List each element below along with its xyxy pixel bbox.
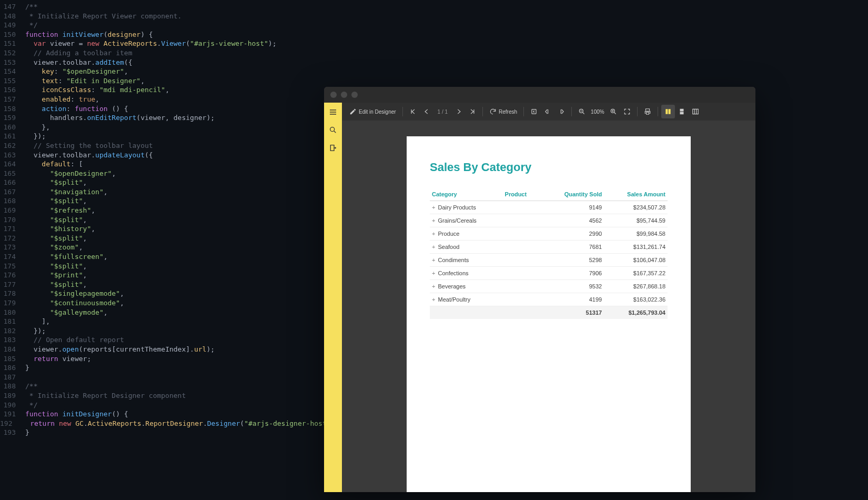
table-row[interactable]: + Grains/Cereals4562$95,744.59 (430, 214, 668, 227)
code-line[interactable]: 186} (0, 363, 326, 373)
expand-icon[interactable]: + (432, 283, 435, 289)
code-line[interactable]: 181 ], (0, 317, 326, 326)
code-line[interactable]: 176 "$print", (0, 271, 326, 280)
code-line[interactable]: 171 "$history", (0, 224, 326, 234)
code-line[interactable]: 170 "$split", (0, 215, 326, 225)
code-line[interactable]: 166 "$split", (0, 178, 326, 187)
window-minimize-icon[interactable] (341, 92, 347, 98)
edit-in-designer-button[interactable]: Edit in Designer (346, 105, 399, 118)
search-icon[interactable] (329, 126, 337, 134)
expand-icon[interactable]: + (432, 270, 435, 276)
code-line[interactable]: 177 "$split", (0, 280, 326, 289)
code-line[interactable]: 182 }); (0, 326, 326, 336)
export-icon[interactable] (329, 144, 337, 152)
history-back-button[interactable] (527, 105, 541, 118)
code-line[interactable]: 147/** (0, 2, 326, 12)
code-line[interactable]: 190 */ (0, 401, 326, 410)
code-line[interactable]: 157 enabled: true, (0, 95, 326, 104)
code-line[interactable]: 174 "$fullscreen", (0, 252, 326, 262)
code-line[interactable]: 158 action: function () { (0, 104, 326, 114)
zoom-out-button[interactable] (575, 105, 589, 118)
menu-icon[interactable] (329, 108, 337, 116)
header-product: Product (503, 188, 542, 201)
code-line[interactable]: 172 "$split", (0, 234, 326, 243)
line-number: 176 (0, 271, 25, 280)
code-editor[interactable]: 147/**148 * Initialize Report Viewer com… (0, 0, 326, 437)
expand-icon[interactable]: + (432, 257, 435, 263)
cell-amount: $167,357.22 (604, 267, 668, 280)
code-line[interactable]: 150function initViewer(designer) { (0, 30, 326, 39)
refresh-button[interactable]: Refresh (486, 105, 520, 118)
code-line[interactable]: 163 viewer.toolbar.updateLayout({ (0, 151, 326, 160)
cell-product (503, 214, 542, 227)
code-line[interactable]: 168 "$split", (0, 196, 326, 206)
code-line[interactable]: 185 return viewer; (0, 354, 326, 364)
code-line[interactable]: 183 // Open default report (0, 335, 326, 345)
table-header-row: Category Product Quantity Sold Sales Amo… (430, 188, 668, 201)
code-line[interactable]: 173 "$zoom", (0, 243, 326, 252)
code-line[interactable]: 179 "$continuousmode", (0, 298, 326, 308)
galley-mode-button[interactable] (689, 105, 702, 118)
code-line[interactable]: 148 * Initialize Report Viewer component… (0, 12, 326, 21)
table-row[interactable]: + Condiments5298$106,047.08 (430, 254, 668, 267)
code-line[interactable]: 164 default: [ (0, 159, 326, 169)
window-maximize-icon[interactable] (351, 92, 358, 98)
code-line[interactable]: 189 * Initialize Report Designer compone… (0, 391, 326, 401)
single-page-mode-button[interactable] (661, 105, 675, 118)
expand-icon[interactable]: + (432, 244, 435, 250)
print-button[interactable] (641, 105, 654, 118)
code-line[interactable]: 187 (0, 373, 326, 382)
zoom-in-button[interactable] (607, 105, 620, 118)
report-canvas[interactable]: Sales By Category Category Product Quant… (342, 121, 755, 492)
code-line[interactable]: 193} (0, 428, 326, 437)
expand-icon[interactable]: + (432, 204, 435, 211)
table-row[interactable]: + Confections7906$167,357.22 (430, 267, 668, 280)
code-content: viewer.toolbar.updateLayout({ (25, 151, 153, 160)
code-line[interactable]: 184 viewer.open(reports[currentThemeInde… (0, 345, 326, 354)
code-line[interactable]: 149 */ (0, 21, 326, 30)
code-line[interactable]: 153 viewer.toolbar.addItem({ (0, 58, 326, 67)
code-line[interactable]: 167 "$navigation", (0, 187, 326, 197)
line-number: 159 (0, 113, 25, 123)
table-row[interactable]: + Dairy Products9149$234,507.28 (430, 201, 668, 214)
code-line[interactable]: 191function initDesigner() { (0, 409, 326, 419)
code-line[interactable]: 154 key: "$openDesigner", (0, 67, 326, 76)
code-line[interactable]: 175 "$split", (0, 262, 326, 271)
history-parent-button[interactable] (541, 105, 554, 118)
code-line[interactable]: 156 iconCssClass: "mdi mdi-pencil", (0, 85, 326, 95)
history-forward-button[interactable] (554, 105, 568, 118)
continuous-mode-button[interactable] (675, 105, 689, 118)
table-row[interactable]: + Seafood7681$131,261.74 (430, 241, 668, 254)
table-row[interactable]: + Meat/Poultry4199$163,022.36 (430, 293, 668, 306)
first-page-button[interactable] (406, 105, 420, 118)
line-number: 168 (0, 196, 25, 206)
prev-page-button[interactable] (420, 105, 433, 118)
code-line[interactable]: 152 // Adding a toolbar item (0, 48, 326, 58)
code-line[interactable]: 188/** (0, 382, 326, 391)
code-line[interactable]: 178 "$singlepagemode", (0, 289, 326, 298)
next-page-button[interactable] (452, 105, 466, 118)
line-number: 186 (0, 363, 25, 373)
code-line[interactable]: 155 text: "Edit in Designer", (0, 76, 326, 86)
code-line[interactable]: 165 "$openDesigner", (0, 169, 326, 178)
table-row[interactable]: + Beverages9532$267,868.18 (430, 280, 668, 293)
expand-icon[interactable]: + (432, 296, 435, 303)
code-line[interactable]: 169 "$refresh", (0, 206, 326, 215)
code-line[interactable]: 180 "$galleymode", (0, 308, 326, 317)
code-line[interactable]: 192 return new GC.ActiveReports.ReportDe… (0, 419, 326, 428)
code-line[interactable]: 151 var viewer = new ActiveReports.Viewe… (0, 39, 326, 48)
code-line[interactable]: 160 }, (0, 123, 326, 132)
code-line[interactable]: 161 }); (0, 132, 326, 141)
code-line[interactable]: 159 handlers.onEditReport(viewer, design… (0, 113, 326, 123)
window-close-icon[interactable] (330, 92, 337, 98)
cell-product (503, 241, 542, 254)
expand-icon[interactable]: + (432, 231, 435, 237)
last-page-button[interactable] (466, 105, 479, 118)
code-line[interactable]: 162 // Setting the toolbar layout (0, 141, 326, 151)
table-row[interactable]: + Produce2990$99,984.58 (430, 227, 668, 241)
code-content: } (25, 428, 29, 437)
cell-amount: $131,261.74 (604, 241, 668, 254)
expand-icon[interactable]: + (432, 217, 435, 224)
line-number: 162 (0, 141, 25, 151)
fullscreen-button[interactable] (620, 105, 634, 118)
